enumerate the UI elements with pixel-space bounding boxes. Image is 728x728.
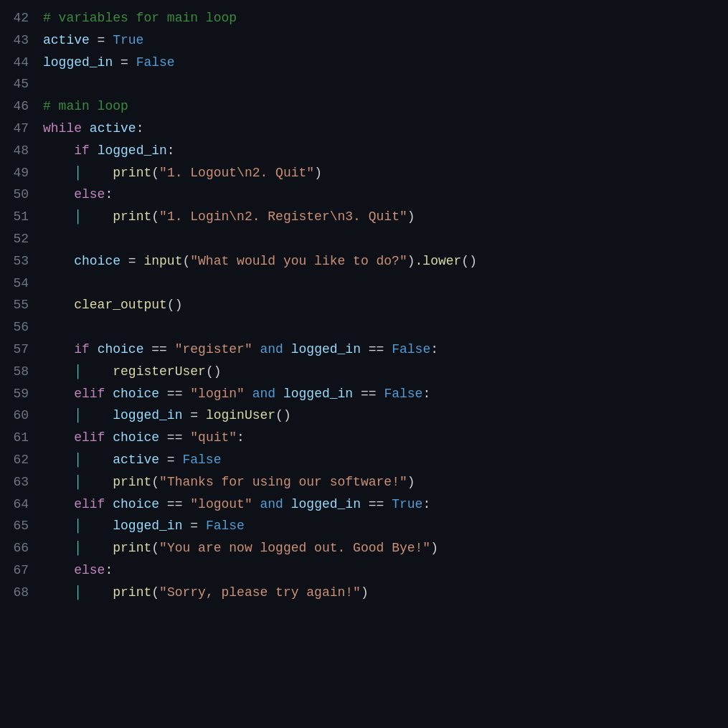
code-line: 48 if logged_in: — [0, 140, 728, 162]
line-content: logged_in = False — [43, 52, 728, 73]
line-content: else: — [43, 184, 728, 205]
code-line: 61 elif choice == "quit": — [0, 427, 728, 449]
line-number: 66 — [0, 538, 43, 559]
line-content: elif choice == "login" and logged_in == … — [43, 384, 728, 405]
line-number: 64 — [0, 494, 43, 515]
line-content: │ logged_in = False — [43, 516, 728, 536]
code-line: 59 elif choice == "login" and logged_in … — [0, 383, 728, 405]
code-line: 54 — [0, 273, 728, 295]
line-content: │ print("Sorry, please try again!") — [43, 582, 728, 603]
line-content: if choice == "register" and logged_in ==… — [43, 339, 728, 360]
line-number: 60 — [0, 405, 43, 426]
code-line: 50 else: — [0, 184, 728, 206]
code-line: 42# variables for main loop — [0, 7, 728, 29]
line-number: 46 — [0, 96, 43, 117]
line-content: else: — [43, 560, 728, 581]
line-content: │ active = False — [43, 450, 728, 471]
code-line: 67 else: — [0, 559, 728, 582]
line-content: elif choice == "logout" and logged_in ==… — [43, 494, 728, 515]
code-line: 66 │ print("You are now logged out. Good… — [0, 537, 728, 559]
line-number: 57 — [0, 339, 43, 360]
code-line: 62 │ active = False — [0, 449, 728, 471]
line-number: 58 — [0, 361, 43, 382]
code-line: 52 — [0, 228, 728, 250]
line-content: │ print("You are now logged out. Good By… — [43, 538, 728, 559]
code-line: 60 │ logged_in = loginUser() — [0, 405, 728, 427]
line-number: 50 — [0, 184, 43, 205]
line-number: 54 — [0, 273, 43, 294]
line-number: 42 — [0, 8, 43, 29]
line-number: 48 — [0, 141, 43, 161]
code-line: 44logged_in = False — [0, 52, 728, 74]
line-content — [43, 229, 728, 250]
line-number: 55 — [0, 295, 43, 316]
code-line: 46# main loop — [0, 95, 728, 118]
line-number: 51 — [0, 207, 43, 227]
line-number: 53 — [0, 251, 43, 272]
line-content — [43, 273, 728, 294]
line-content: while active: — [43, 118, 728, 139]
line-content: clear_output() — [43, 295, 728, 316]
code-line: 58 │ registerUser() — [0, 361, 728, 383]
line-number: 43 — [0, 30, 43, 51]
line-number: 52 — [0, 229, 43, 250]
line-number: 49 — [0, 163, 43, 184]
code-line: 63 │ print("Thanks for using our softwar… — [0, 471, 728, 493]
code-line: 55 clear_output() — [0, 294, 728, 316]
line-number: 47 — [0, 118, 43, 139]
line-number: 59 — [0, 384, 43, 405]
code-line: 56 — [0, 316, 728, 339]
line-content: │ registerUser() — [43, 361, 728, 382]
line-content — [43, 317, 728, 338]
code-line: 53 choice = input("What would you like t… — [0, 250, 728, 273]
line-content: # main loop — [43, 96, 728, 117]
line-content: │ logged_in = loginUser() — [43, 405, 728, 426]
code-line: 68 │ print("Sorry, please try again!") — [0, 582, 728, 604]
code-line: 45 — [0, 73, 728, 95]
code-line: 51 │ print("1. Login\n2. Register\n3. Qu… — [0, 206, 728, 228]
line-content: if logged_in: — [43, 141, 728, 161]
line-number: 65 — [0, 516, 43, 536]
code-editor: 42# variables for main loop43active = Tr… — [0, 0, 728, 728]
line-content — [43, 74, 728, 95]
line-content: │ print("1. Login\n2. Register\n3. Quit"… — [43, 207, 728, 227]
line-number: 44 — [0, 52, 43, 73]
line-number: 68 — [0, 582, 43, 603]
line-number: 67 — [0, 560, 43, 581]
line-number: 61 — [0, 427, 43, 448]
line-content: │ print("1. Logout\n2. Quit") — [43, 163, 728, 184]
line-content: │ print("Thanks for using our software!"… — [43, 472, 728, 493]
line-number: 56 — [0, 317, 43, 338]
line-content: # variables for main loop — [43, 8, 728, 29]
line-number: 45 — [0, 74, 43, 95]
code-line: 57 if choice == "register" and logged_in… — [0, 339, 728, 361]
line-content: elif choice == "quit": — [43, 427, 728, 448]
code-line: 49 │ print("1. Logout\n2. Quit") — [0, 162, 728, 184]
line-number: 63 — [0, 472, 43, 493]
line-number: 62 — [0, 450, 43, 471]
line-content: choice = input("What would you like to d… — [43, 251, 728, 272]
code-line: 47while active: — [0, 118, 728, 140]
line-content: active = True — [43, 30, 728, 51]
code-line: 65 │ logged_in = False — [0, 515, 728, 537]
code-line: 43active = True — [0, 29, 728, 52]
code-line: 64 elif choice == "logout" and logged_in… — [0, 493, 728, 516]
